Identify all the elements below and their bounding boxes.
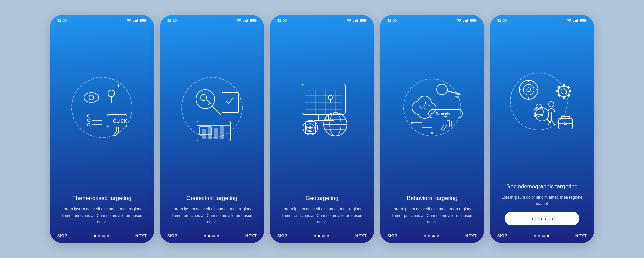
time-5: 12:00 — [497, 18, 507, 22]
svg-point-5 — [89, 95, 94, 100]
svg-rect-62 — [470, 19, 475, 21]
svg-text:Search: Search — [435, 111, 450, 116]
skip-btn-3[interactable]: SKIP — [277, 234, 287, 238]
status-bar-5: 12:00 — [490, 15, 594, 24]
content-1: Theme-based targeting Lorem ipsum dolor … — [50, 195, 154, 230]
dot-2-3 — [212, 235, 215, 237]
title-3: Geotargeting — [278, 195, 366, 202]
battery-icon-1 — [140, 19, 147, 22]
content-2: Contextual targeting Lorem ipsum dolor s… — [160, 195, 264, 230]
status-bar-2: 12:00 — [160, 15, 264, 24]
next-btn-3[interactable]: NEXT — [355, 234, 367, 238]
svg-rect-29 — [202, 129, 206, 139]
phone-screen-4: 12:00 — [380, 15, 484, 243]
skip-btn-1[interactable]: SKIP — [57, 234, 67, 238]
illustration-5 — [490, 24, 594, 183]
title-4: Behavioral targeting — [388, 195, 476, 202]
status-icons-1 — [127, 19, 147, 22]
battery-icon-4 — [470, 19, 477, 22]
desc-1: Lorem ipsum dolor sit dim amet, mea regi… — [58, 206, 146, 225]
status-icons-5 — [567, 19, 587, 22]
next-btn-1[interactable]: NEXT — [135, 234, 147, 238]
svg-point-20 — [196, 90, 215, 109]
wifi-icon-4 — [457, 19, 462, 22]
svg-point-82 — [523, 84, 534, 95]
svg-rect-97 — [563, 84, 565, 87]
bottom-nav-5: SKIP NEXT — [490, 230, 594, 243]
signal-icon-4 — [463, 19, 468, 22]
dot-4-1 — [424, 235, 426, 237]
bottom-nav-4: SKIP NEXT — [380, 230, 484, 243]
svg-rect-79 — [586, 20, 587, 21]
skip-btn-2[interactable]: SKIP — [167, 234, 177, 238]
svg-point-10 — [87, 115, 90, 117]
dots-2 — [204, 235, 219, 237]
dot-5-3 — [542, 235, 545, 237]
time-3: 12:00 — [277, 18, 287, 22]
content-3: Geotargeting Lorem ipsum dolor sit dim a… — [270, 195, 374, 230]
wifi-icon-5 — [567, 19, 572, 22]
svg-rect-101 — [557, 86, 561, 89]
title-1: Theme-based targeting — [58, 195, 146, 202]
signal-icon-5 — [573, 19, 578, 22]
svg-point-96 — [561, 89, 567, 94]
dot-4-2 — [428, 235, 430, 237]
svg-point-4 — [84, 93, 99, 102]
status-bar-1: 12:00 — [50, 15, 154, 24]
wifi-icon-2 — [237, 19, 241, 22]
signal-icon-1 — [133, 19, 138, 22]
desc-4: Lorem ipsum dolor sit dim amet, mea regi… — [388, 206, 476, 225]
time-2: 12:00 — [167, 18, 177, 22]
svg-point-90 — [549, 102, 554, 107]
status-icons-3 — [347, 19, 367, 22]
status-icons-4 — [457, 19, 477, 22]
wifi-icon-1 — [127, 19, 131, 22]
illustration-3 — [270, 24, 374, 195]
svg-rect-17 — [250, 19, 255, 21]
svg-point-14 — [87, 123, 90, 126]
learn-more-button[interactable]: Learn more — [505, 212, 580, 225]
battery-icon-2 — [250, 19, 257, 22]
dot-4-3 — [432, 235, 435, 237]
svg-rect-36 — [366, 20, 367, 21]
svg-rect-31 — [214, 128, 218, 139]
svg-rect-99 — [556, 90, 559, 92]
dots-5 — [534, 235, 549, 237]
status-icons-2 — [237, 19, 257, 22]
phone-screen-1: 12:00 — [50, 15, 154, 243]
desc-5: Lorem ipsum dolor sit dim amet, mea regi… — [498, 194, 586, 207]
dot-2-2 — [208, 235, 210, 237]
dot-5-1 — [534, 235, 536, 237]
svg-rect-26 — [222, 92, 239, 113]
svg-point-6 — [108, 90, 115, 97]
svg-rect-63 — [476, 20, 477, 21]
skip-btn-4[interactable]: SKIP — [387, 234, 397, 238]
title-2: Contextual targeting — [168, 195, 256, 202]
skip-btn-5[interactable]: SKIP — [497, 234, 507, 238]
svg-point-65 — [435, 82, 449, 97]
svg-line-25 — [208, 104, 209, 105]
desc-2: Lorem ipsum dolor sit dim amet, mea regi… — [168, 206, 256, 225]
phone-screen-2: 12:00 — [160, 15, 264, 243]
battery-icon-3 — [360, 19, 367, 22]
dot-3-3 — [322, 235, 325, 237]
content-5: Sociodemographic targeting Lorem ipsum d… — [490, 183, 594, 230]
next-btn-4[interactable]: NEXT — [465, 234, 477, 238]
bottom-nav-3: SKIP NEXT — [270, 230, 374, 243]
svg-point-76 — [431, 132, 433, 134]
next-btn-5[interactable]: NEXT — [575, 234, 587, 238]
dot-2-4 — [217, 235, 219, 237]
dot-4-4 — [437, 235, 439, 237]
svg-rect-104 — [567, 94, 570, 97]
svg-line-23 — [207, 100, 211, 104]
svg-point-48 — [328, 95, 332, 100]
illustration-1: CLiCK — [50, 24, 154, 195]
wifi-icon-3 — [347, 19, 352, 22]
dot-1-4 — [107, 235, 109, 237]
svg-point-22 — [201, 94, 207, 101]
svg-rect-2 — [146, 20, 147, 21]
screens-container: 12:00 — [50, 15, 594, 243]
next-btn-2[interactable]: NEXT — [245, 234, 257, 238]
dot-5-4 — [547, 235, 549, 237]
svg-rect-78 — [580, 19, 585, 21]
